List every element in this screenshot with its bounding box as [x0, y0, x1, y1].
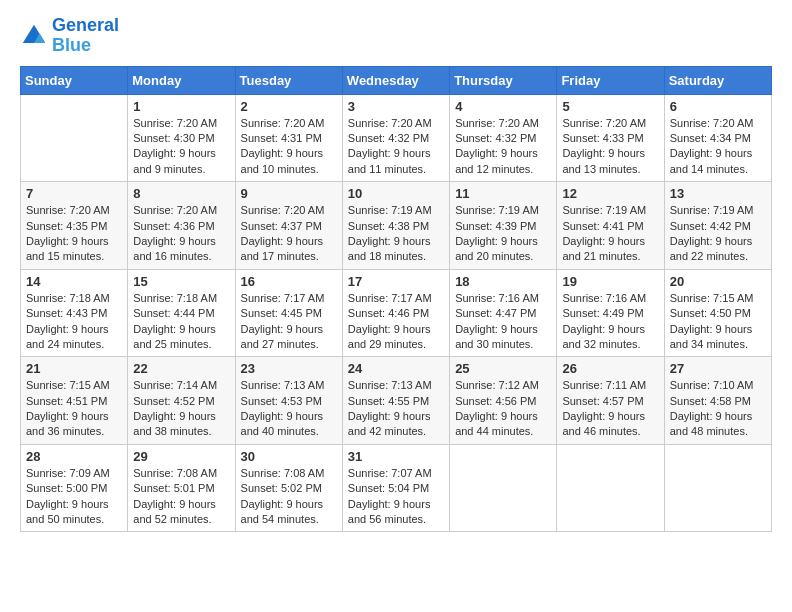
calendar-cell: 17 Sunrise: 7:17 AM Sunset: 4:46 PM Dayl… — [342, 269, 449, 357]
calendar-cell — [557, 444, 664, 532]
sunset-text: Sunset: 4:55 PM — [348, 394, 444, 409]
calendar-cell — [450, 444, 557, 532]
sunrise-text: Sunrise: 7:20 AM — [26, 203, 122, 218]
day-number: 24 — [348, 361, 444, 376]
daylight-text: Daylight: 9 hours and 32 minutes. — [562, 322, 658, 353]
sunrise-text: Sunrise: 7:09 AM — [26, 466, 122, 481]
day-info: Sunrise: 7:16 AM Sunset: 4:47 PM Dayligh… — [455, 291, 551, 353]
sunset-text: Sunset: 4:47 PM — [455, 306, 551, 321]
calendar-week-4: 21 Sunrise: 7:15 AM Sunset: 4:51 PM Dayl… — [21, 357, 772, 445]
day-number: 14 — [26, 274, 122, 289]
sunrise-text: Sunrise: 7:12 AM — [455, 378, 551, 393]
sunrise-text: Sunrise: 7:19 AM — [348, 203, 444, 218]
day-number: 8 — [133, 186, 229, 201]
daylight-text: Daylight: 9 hours and 36 minutes. — [26, 409, 122, 440]
daylight-text: Daylight: 9 hours and 15 minutes. — [26, 234, 122, 265]
sunrise-text: Sunrise: 7:11 AM — [562, 378, 658, 393]
daylight-text: Daylight: 9 hours and 40 minutes. — [241, 409, 337, 440]
sunset-text: Sunset: 4:44 PM — [133, 306, 229, 321]
sunset-text: Sunset: 4:41 PM — [562, 219, 658, 234]
calendar-cell: 26 Sunrise: 7:11 AM Sunset: 4:57 PM Dayl… — [557, 357, 664, 445]
calendar-cell: 10 Sunrise: 7:19 AM Sunset: 4:38 PM Dayl… — [342, 182, 449, 270]
day-number: 7 — [26, 186, 122, 201]
sunset-text: Sunset: 4:31 PM — [241, 131, 337, 146]
day-info: Sunrise: 7:20 AM Sunset: 4:36 PM Dayligh… — [133, 203, 229, 265]
weekday-header-tuesday: Tuesday — [235, 66, 342, 94]
daylight-text: Daylight: 9 hours and 9 minutes. — [133, 146, 229, 177]
daylight-text: Daylight: 9 hours and 13 minutes. — [562, 146, 658, 177]
daylight-text: Daylight: 9 hours and 27 minutes. — [241, 322, 337, 353]
sunrise-text: Sunrise: 7:15 AM — [26, 378, 122, 393]
day-number: 19 — [562, 274, 658, 289]
calendar-cell: 16 Sunrise: 7:17 AM Sunset: 4:45 PM Dayl… — [235, 269, 342, 357]
calendar-cell: 9 Sunrise: 7:20 AM Sunset: 4:37 PM Dayli… — [235, 182, 342, 270]
weekday-header-thursday: Thursday — [450, 66, 557, 94]
sunrise-text: Sunrise: 7:15 AM — [670, 291, 766, 306]
daylight-text: Daylight: 9 hours and 44 minutes. — [455, 409, 551, 440]
sunset-text: Sunset: 5:02 PM — [241, 481, 337, 496]
day-info: Sunrise: 7:20 AM Sunset: 4:32 PM Dayligh… — [348, 116, 444, 178]
sunset-text: Sunset: 4:56 PM — [455, 394, 551, 409]
calendar-cell: 6 Sunrise: 7:20 AM Sunset: 4:34 PM Dayli… — [664, 94, 771, 182]
day-info: Sunrise: 7:08 AM Sunset: 5:02 PM Dayligh… — [241, 466, 337, 528]
day-number: 29 — [133, 449, 229, 464]
daylight-text: Daylight: 9 hours and 21 minutes. — [562, 234, 658, 265]
day-info: Sunrise: 7:20 AM Sunset: 4:37 PM Dayligh… — [241, 203, 337, 265]
sunset-text: Sunset: 4:50 PM — [670, 306, 766, 321]
day-number: 17 — [348, 274, 444, 289]
day-info: Sunrise: 7:08 AM Sunset: 5:01 PM Dayligh… — [133, 466, 229, 528]
day-info: Sunrise: 7:13 AM Sunset: 4:55 PM Dayligh… — [348, 378, 444, 440]
daylight-text: Daylight: 9 hours and 29 minutes. — [348, 322, 444, 353]
sunrise-text: Sunrise: 7:13 AM — [241, 378, 337, 393]
calendar-cell: 28 Sunrise: 7:09 AM Sunset: 5:00 PM Dayl… — [21, 444, 128, 532]
daylight-text: Daylight: 9 hours and 24 minutes. — [26, 322, 122, 353]
day-number: 4 — [455, 99, 551, 114]
day-number: 18 — [455, 274, 551, 289]
sunset-text: Sunset: 4:43 PM — [26, 306, 122, 321]
sunrise-text: Sunrise: 7:08 AM — [241, 466, 337, 481]
daylight-text: Daylight: 9 hours and 17 minutes. — [241, 234, 337, 265]
sunset-text: Sunset: 4:30 PM — [133, 131, 229, 146]
daylight-text: Daylight: 9 hours and 11 minutes. — [348, 146, 444, 177]
daylight-text: Daylight: 9 hours and 14 minutes. — [670, 146, 766, 177]
sunrise-text: Sunrise: 7:16 AM — [562, 291, 658, 306]
weekday-header-monday: Monday — [128, 66, 235, 94]
day-info: Sunrise: 7:18 AM Sunset: 4:43 PM Dayligh… — [26, 291, 122, 353]
day-info: Sunrise: 7:17 AM Sunset: 4:46 PM Dayligh… — [348, 291, 444, 353]
calendar-cell: 11 Sunrise: 7:19 AM Sunset: 4:39 PM Dayl… — [450, 182, 557, 270]
sunrise-text: Sunrise: 7:08 AM — [133, 466, 229, 481]
day-number: 26 — [562, 361, 658, 376]
day-info: Sunrise: 7:11 AM Sunset: 4:57 PM Dayligh… — [562, 378, 658, 440]
day-info: Sunrise: 7:13 AM Sunset: 4:53 PM Dayligh… — [241, 378, 337, 440]
day-number: 2 — [241, 99, 337, 114]
day-info: Sunrise: 7:16 AM Sunset: 4:49 PM Dayligh… — [562, 291, 658, 353]
calendar-cell — [664, 444, 771, 532]
sunrise-text: Sunrise: 7:19 AM — [670, 203, 766, 218]
day-number: 1 — [133, 99, 229, 114]
day-number: 27 — [670, 361, 766, 376]
day-info: Sunrise: 7:19 AM Sunset: 4:39 PM Dayligh… — [455, 203, 551, 265]
sunrise-text: Sunrise: 7:13 AM — [348, 378, 444, 393]
day-info: Sunrise: 7:19 AM Sunset: 4:38 PM Dayligh… — [348, 203, 444, 265]
day-info: Sunrise: 7:12 AM Sunset: 4:56 PM Dayligh… — [455, 378, 551, 440]
daylight-text: Daylight: 9 hours and 34 minutes. — [670, 322, 766, 353]
sunrise-text: Sunrise: 7:17 AM — [241, 291, 337, 306]
day-number: 13 — [670, 186, 766, 201]
sunrise-text: Sunrise: 7:20 AM — [241, 116, 337, 131]
day-info: Sunrise: 7:20 AM Sunset: 4:34 PM Dayligh… — [670, 116, 766, 178]
calendar-cell: 23 Sunrise: 7:13 AM Sunset: 4:53 PM Dayl… — [235, 357, 342, 445]
calendar-cell: 31 Sunrise: 7:07 AM Sunset: 5:04 PM Dayl… — [342, 444, 449, 532]
day-number: 16 — [241, 274, 337, 289]
calendar-cell: 7 Sunrise: 7:20 AM Sunset: 4:35 PM Dayli… — [21, 182, 128, 270]
calendar-week-2: 7 Sunrise: 7:20 AM Sunset: 4:35 PM Dayli… — [21, 182, 772, 270]
calendar-cell: 18 Sunrise: 7:16 AM Sunset: 4:47 PM Dayl… — [450, 269, 557, 357]
sunset-text: Sunset: 4:32 PM — [455, 131, 551, 146]
sunrise-text: Sunrise: 7:20 AM — [241, 203, 337, 218]
sunset-text: Sunset: 5:00 PM — [26, 481, 122, 496]
sunset-text: Sunset: 4:37 PM — [241, 219, 337, 234]
day-info: Sunrise: 7:19 AM Sunset: 4:41 PM Dayligh… — [562, 203, 658, 265]
day-number: 11 — [455, 186, 551, 201]
daylight-text: Daylight: 9 hours and 16 minutes. — [133, 234, 229, 265]
calendar-cell: 29 Sunrise: 7:08 AM Sunset: 5:01 PM Dayl… — [128, 444, 235, 532]
day-info: Sunrise: 7:20 AM Sunset: 4:35 PM Dayligh… — [26, 203, 122, 265]
